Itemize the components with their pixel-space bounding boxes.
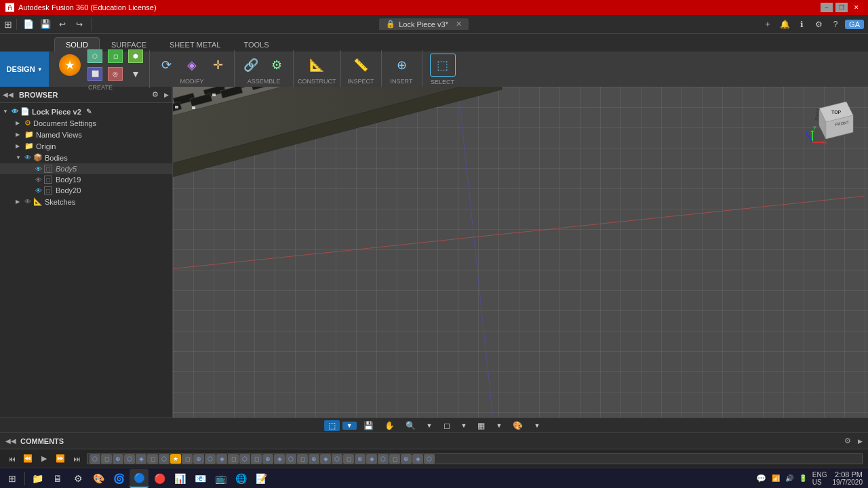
insert-button[interactable]: ⊕ [389, 54, 414, 76]
push-pull-button[interactable]: ⟳ [154, 54, 178, 76]
create-button[interactable]: ★ [56, 52, 84, 78]
timeline-item-1[interactable]: ⬡ [90, 454, 100, 464]
timeline-item-2[interactable]: ◻ [101, 454, 112, 464]
display-mode-button[interactable]: ◻ [439, 420, 454, 431]
restore-button[interactable]: ❐ [835, 3, 848, 12]
play-fwd-button[interactable]: ⏭ [71, 453, 83, 465]
comments-options-icon[interactable]: ⚙ [844, 436, 851, 445]
tray-network-icon[interactable]: 📶 [772, 474, 780, 482]
timeline-item-3[interactable]: ⊕ [113, 454, 123, 464]
taskbar-this-pc[interactable]: 🖥 [48, 469, 67, 488]
grid-button[interactable]: ▦ [473, 420, 489, 431]
timeline-item-17[interactable]: ◈ [274, 454, 285, 464]
close-doc-icon[interactable]: ✕ [456, 20, 462, 28]
timeline-item-26[interactable]: ⬡ [378, 454, 389, 464]
taskbar-app4[interactable]: 📧 [191, 469, 210, 488]
minimize-button[interactable]: − [821, 3, 833, 12]
display-dropdown-button[interactable]: ▼ [457, 422, 471, 430]
info-icon[interactable]: ℹ [794, 18, 809, 31]
timeline-item-27[interactable]: ◻ [389, 454, 400, 464]
fillet-button[interactable]: ◈ [180, 54, 204, 76]
zoom-dropdown-button[interactable]: ▼ [422, 422, 437, 430]
timeline-item-8[interactable]: ★ [170, 454, 181, 464]
taskbar-app5[interactable]: 📺 [211, 469, 230, 488]
timeline-item-25[interactable]: ◈ [366, 454, 377, 464]
tree-eye-4[interactable]: 👁 [24, 154, 31, 161]
tree-eye-8[interactable]: 👁 [24, 198, 31, 205]
taskbar-app6[interactable]: 🌐 [231, 469, 250, 488]
tree-eye-5[interactable]: 👁 [35, 165, 42, 173]
tab-sheet-metal[interactable]: SHEET METAL [158, 37, 232, 52]
step-back-button[interactable]: ⏪ [22, 453, 34, 465]
tab-tools[interactable]: TOOLS [232, 37, 280, 52]
timeline-item-18[interactable]: ⬡ [285, 454, 296, 464]
timeline-track[interactable]: ⬡ ◻ ⊕ ⬡ ◈ ◻ ⬡ ★ ◻ ⊕ ⬡ ◈ ◻ ⬡ ◻ ⊕ ◈ ⬡ ◻ ⊕ [87, 453, 863, 464]
viewtype-dropdown-button[interactable]: ▼ [530, 422, 544, 430]
browser-expand-icon[interactable]: ▶ [164, 92, 169, 98]
browser-options-icon[interactable]: ⚙ [152, 90, 159, 99]
timeline-item-23[interactable]: ◻ [343, 454, 354, 464]
sweep-button[interactable]: ⬢ [126, 48, 145, 64]
tree-item-root[interactable]: ▼ 👁 📄 Lock Piece v2 ✎ [0, 106, 172, 117]
tree-eye-0[interactable]: 👁 [12, 108, 18, 115]
help-icon[interactable]: ? [828, 18, 843, 31]
tree-item-body19[interactable]: 👁 □ Body19 [0, 174, 172, 185]
timeline-item-10[interactable]: ⊕ [193, 454, 204, 464]
timeline-item-30[interactable]: ⬡ [424, 454, 435, 464]
taskbar-app3[interactable]: 📊 [170, 469, 189, 488]
taskbar-app2[interactable]: 🔴 [150, 469, 169, 488]
play-back-button[interactable]: ⏮ [5, 453, 18, 465]
undo-icon[interactable]: ↩ [55, 18, 70, 31]
tree-eye-7[interactable]: 👁 [35, 187, 42, 195]
timeline-item-5[interactable]: ◈ [136, 454, 146, 464]
box-button[interactable]: ⬜ [85, 66, 104, 82]
zoom-button[interactable]: 🔍 [401, 420, 420, 431]
viewport[interactable]: TOP FRONT RIGHT X Y Z [173, 87, 868, 418]
timeline-item-19[interactable]: ◻ [297, 454, 308, 464]
select-button[interactable]: ⬚ [430, 54, 456, 77]
comments-collapse-icon[interactable]: ◀◀ [5, 437, 16, 445]
timeline-item-14[interactable]: ⬡ [239, 454, 250, 464]
document-tab[interactable]: 🔒 Lock Piece v3* ✕ [379, 18, 469, 30]
extrude-button[interactable]: ⬡ [85, 48, 104, 64]
tray-battery-icon[interactable]: 🔋 [799, 474, 807, 482]
select-dropdown-button[interactable]: ▼ [342, 422, 357, 430]
new-component-button[interactable]: 🔗 [239, 54, 263, 76]
pan-button[interactable]: ✋ [380, 420, 399, 431]
revolve-button[interactable]: ◻ [106, 48, 125, 64]
save-viewport-button[interactable]: 💾 [359, 420, 378, 431]
tree-item-bodies[interactable]: ▼ 👁 📦 Bodies [0, 152, 172, 163]
comments-expand-icon[interactable]: ▶ [858, 438, 863, 445]
move-button[interactable]: ✛ [205, 54, 230, 76]
close-button[interactable]: ✕ [850, 3, 863, 12]
tray-volume-icon[interactable]: 🔊 [785, 474, 793, 482]
browser-collapse-icon[interactable]: ◀◀ [3, 91, 14, 98]
taskbar-autodesk[interactable]: 🔵 [130, 469, 149, 488]
tree-item-sketches[interactable]: ▶ 👁 📐 Sketches [0, 196, 172, 207]
step-fwd-button[interactable]: ⏩ [54, 453, 66, 465]
tree-item-origin[interactable]: ▶ 📁 Origin [0, 140, 172, 152]
new-file-icon[interactable]: 📄 [21, 18, 36, 31]
timeline-item-28[interactable]: ⊕ [401, 454, 412, 464]
more-create-button[interactable]: ▼ [126, 66, 145, 82]
user-avatar[interactable]: GA [845, 20, 864, 29]
timeline-item-29[interactable]: ◈ [412, 454, 423, 464]
measure-button[interactable]: 📏 [349, 54, 373, 76]
tree-body5-checkbox[interactable]: □ [44, 165, 52, 173]
tray-notifications-icon[interactable]: 💬 [756, 474, 766, 483]
taskbar-cortana[interactable]: 🌀 [109, 469, 128, 488]
tray-clock[interactable]: 2:08 PM 19/7/2020 [833, 470, 863, 486]
timeline-item-22[interactable]: ⬡ [332, 454, 342, 464]
timeline-item-7[interactable]: ⬡ [159, 454, 170, 464]
timeline-item-9[interactable]: ◻ [182, 454, 193, 464]
save-icon[interactable]: 💾 [38, 18, 53, 31]
settings-icon[interactable]: ⚙ [811, 18, 826, 31]
tree-body19-checkbox[interactable]: □ [44, 176, 52, 184]
notification-icon[interactable]: 🔔 [777, 18, 792, 31]
timeline-item-21[interactable]: ◈ [320, 454, 331, 464]
tray-lang[interactable]: ENGUS [812, 471, 827, 486]
play-pause-button[interactable]: ▶ [38, 453, 50, 465]
timeline-item-11[interactable]: ⬡ [205, 454, 216, 464]
timeline-item-20[interactable]: ⊕ [309, 454, 319, 464]
start-button[interactable]: ⊞ [3, 469, 22, 488]
